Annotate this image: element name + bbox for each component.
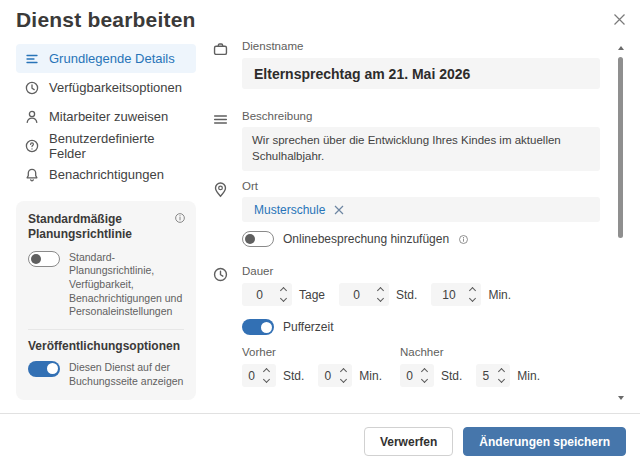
sidebar-nav: Grundlegende Details Verfügbarkeitsoptio…: [16, 44, 196, 189]
location-pin-icon: [212, 180, 242, 247]
buffer-after-column: Nachher 0 Std. 5 Min.: [400, 346, 554, 387]
toggle-knob: [245, 234, 255, 244]
info-icon[interactable]: [174, 212, 186, 224]
show-on-booking-page-label: Diesen Dienst auf der Buchungsseite anze…: [69, 361, 184, 388]
scrollbar-thumb[interactable]: [618, 57, 623, 238]
sidebar-item-mitarbeiter-zuweisen[interactable]: Mitarbeiter zuweisen: [16, 102, 196, 131]
service-name-row: Dienstname Elternsprechtag am 21. Mai 20…: [212, 40, 606, 89]
location-row: Ort Musterschule Onlinebesprechung hinzu…: [212, 180, 606, 247]
spin-down-icon[interactable]: [498, 376, 505, 383]
spin-up-icon[interactable]: [263, 368, 270, 375]
buffer-toggle-label: Pufferzeit: [283, 320, 333, 334]
duration-hours-unit: Std.: [396, 288, 417, 302]
sidebar-item-label: Benachrichtigungen: [49, 167, 164, 182]
duration-hours-value: 0: [339, 288, 374, 302]
buffer-before-hours-value: 0: [242, 369, 261, 383]
buffer-before-hours-spinner[interactable]: 0: [242, 364, 276, 387]
online-meeting-toggle[interactable]: [242, 231, 274, 247]
duration-days-value: 0: [242, 288, 277, 302]
duration-days-spinner[interactable]: 0: [242, 283, 292, 306]
default-policy-toggle-label: Standard-Planungsrichtlinie, Verfügbarke…: [69, 251, 184, 319]
description-textarea[interactable]: Wir sprechen über die Entwicklung Ihres …: [242, 127, 600, 171]
person-icon: [24, 109, 40, 125]
duration-label: Dauer: [242, 265, 600, 277]
buffer-before-minutes-value: 0: [318, 369, 337, 383]
spin-down-icon[interactable]: [279, 295, 286, 302]
buffer-after-hours-spinner[interactable]: 0: [400, 364, 434, 387]
spin-up-icon[interactable]: [279, 287, 286, 294]
close-icon: [613, 13, 626, 26]
spin-up-icon[interactable]: [376, 287, 383, 294]
scroll-up-icon[interactable]: [618, 46, 624, 50]
scroll-down-icon[interactable]: [618, 396, 624, 400]
info-icon[interactable]: [458, 234, 469, 245]
service-name-input[interactable]: Elternsprechtag am 21. Mai 2026: [242, 58, 600, 89]
buffer-after-label: Nachher: [400, 346, 554, 358]
clock-icon: [212, 265, 242, 387]
toggle-knob: [31, 254, 41, 264]
buffer-toggle-row: Pufferzeit: [242, 319, 600, 335]
online-meeting-row: Onlinebesprechung hinzufügen: [242, 231, 600, 247]
spin-down-icon[interactable]: [421, 376, 428, 383]
card-divider: [28, 329, 184, 330]
policy-card-title: Standardmäßige Planungsrichtlinie: [28, 212, 146, 243]
dialog-title: Dienst bearbeiten: [16, 8, 196, 32]
question-circle-icon: [24, 138, 40, 154]
spin-up-icon[interactable]: [469, 287, 476, 294]
spin-down-icon[interactable]: [263, 376, 270, 383]
duration-hours-spinner[interactable]: 0: [339, 283, 389, 306]
sidebar-item-benutzerdefinierte-felder[interactable]: Benutzerdefinierte Felder: [16, 131, 196, 160]
spin-down-icon[interactable]: [340, 376, 347, 383]
save-changes-button[interactable]: Änderungen speichern: [463, 427, 626, 456]
buffer-after-minutes-spinner[interactable]: 5: [476, 364, 510, 387]
remove-location-icon[interactable]: [334, 205, 344, 215]
service-name-label: Dienstname: [242, 40, 600, 52]
duration-row: Dauer 0 Tage 0 Std. 10: [212, 265, 606, 387]
scheduling-policy-card: Standardmäßige Planungsrichtlinie Standa…: [16, 201, 196, 400]
default-policy-toggle[interactable]: [28, 251, 60, 267]
discard-button[interactable]: Verwerfen: [364, 427, 453, 456]
spin-up-icon[interactable]: [498, 368, 505, 375]
footer-divider: [0, 413, 640, 414]
buffer-before-column: Vorher 0 Std. 0 Min.: [242, 346, 396, 387]
spin-up-icon[interactable]: [421, 368, 428, 375]
bell-icon: [24, 167, 40, 183]
clock-icon: [24, 80, 40, 96]
footer-actions: Verwerfen Änderungen speichern: [364, 427, 626, 456]
sidebar-item-verfuegbarkeitsoptionen[interactable]: Verfügbarkeitsoptionen: [16, 73, 196, 102]
publishing-options-title: Veröffentlichungsoptionen: [28, 339, 184, 353]
duration-spinners: 0 Tage 0 Std. 10 Min.: [242, 283, 600, 306]
buffer-after-minutes-value: 5: [476, 369, 495, 383]
sidebar-item-label: Benutzerdefinierte Felder: [49, 131, 188, 161]
description-row: Beschreibung Wir sprechen über die Entwi…: [212, 110, 606, 171]
location-label: Ort: [242, 180, 600, 192]
spin-down-icon[interactable]: [376, 295, 383, 302]
show-on-booking-page-toggle[interactable]: [28, 361, 60, 377]
sidebar-item-label: Grundlegende Details: [49, 51, 175, 66]
briefcase-icon: [212, 40, 242, 89]
sidebar-item-label: Mitarbeiter zuweisen: [49, 109, 168, 124]
duration-minutes-unit: Min.: [488, 288, 511, 302]
duration-days-unit: Tage: [299, 288, 325, 302]
location-chip: Musterschule: [254, 203, 325, 217]
close-button[interactable]: [610, 10, 628, 28]
buffer-before-hours-unit: Std.: [283, 369, 304, 383]
spin-up-icon[interactable]: [340, 368, 347, 375]
buffer-after-hours-value: 0: [400, 369, 419, 383]
form-lines-icon: [24, 51, 40, 67]
sidebar-item-benachrichtigungen[interactable]: Benachrichtigungen: [16, 160, 196, 189]
buffer-before-minutes-unit: Min.: [359, 369, 382, 383]
vertical-scrollbar[interactable]: [616, 44, 626, 404]
buffer-toggle[interactable]: [242, 319, 274, 335]
duration-minutes-spinner[interactable]: 10: [431, 283, 481, 306]
spin-down-icon[interactable]: [469, 295, 476, 302]
buffer-columns: Vorher 0 Std. 0 Min.: [242, 346, 600, 387]
buffer-after-minutes-unit: Min.: [517, 369, 540, 383]
location-field[interactable]: Musterschule: [242, 197, 600, 222]
buffer-before-minutes-spinner[interactable]: 0: [318, 364, 352, 387]
toggle-knob: [261, 322, 272, 333]
buffer-after-hours-unit: Std.: [441, 369, 462, 383]
buffer-before-label: Vorher: [242, 346, 396, 358]
sidebar-item-grundlegende-details[interactable]: Grundlegende Details: [16, 44, 196, 73]
toggle-knob: [47, 363, 58, 374]
